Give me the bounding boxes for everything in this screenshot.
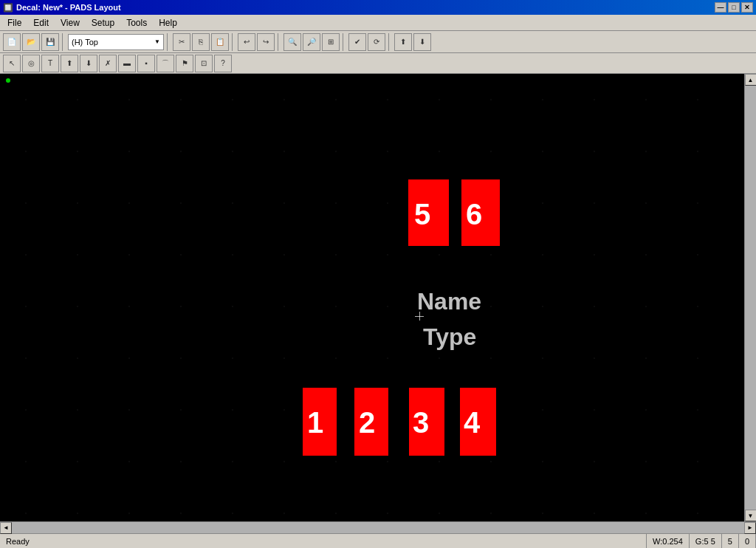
zoom-fit-button[interactable]: ⊞: [322, 33, 340, 51]
menu-edit[interactable]: Edit: [27, 16, 55, 30]
menu-help[interactable]: Help: [153, 16, 183, 30]
status-g: G:5 5: [690, 534, 722, 548]
check-button[interactable]: ✔: [348, 33, 366, 51]
pad-6[interactable]: 6: [461, 179, 500, 246]
route-tool[interactable]: ⌒: [157, 55, 174, 72]
toolbar1: 📄 📂 💾 (H) Top ▼ ✂ ⎘ 📋 ↩ ↪ 🔍 🔎 ⊞ ✔ ⟳ ⬆ ⬇: [0, 31, 756, 53]
status-ready: Ready: [0, 534, 647, 548]
window-title: Decal: New* - PADS Layout: [16, 3, 121, 12]
cursor-vertical: [419, 312, 420, 321]
layer-dropdown-label: (H) Top: [72, 38, 98, 47]
component-type-label: Type: [423, 323, 476, 351]
title-bar: 🔲 Decal: New* - PADS Layout — □ ✕: [0, 0, 756, 15]
separator5: [343, 33, 346, 51]
undo-button[interactable]: ↩: [238, 33, 255, 51]
separator2: [167, 33, 170, 51]
board-tool[interactable]: ⊡: [195, 55, 213, 72]
select-tool[interactable]: ↖: [3, 55, 21, 72]
text-tool[interactable]: T: [41, 55, 59, 72]
zoom-in-button[interactable]: 🔍: [284, 33, 301, 51]
pad-5[interactable]: 5: [408, 179, 449, 246]
title-bar-controls: — □ ✕: [715, 2, 753, 13]
copper-tool[interactable]: ▬: [118, 55, 136, 72]
copy-button[interactable]: ⎘: [192, 33, 210, 51]
separator4: [278, 33, 281, 51]
no-connect-tool[interactable]: ✗: [99, 55, 117, 72]
menu-bar: File Edit View Setup Tools Help: [0, 15, 756, 31]
maximize-button[interactable]: □: [728, 2, 740, 13]
toolbar2: ↖ ◎ T ⬆ ⬇ ✗ ▬ ▪ ⌒ ⚑ ⊡ ?: [0, 53, 756, 74]
status-val1: 5: [722, 534, 739, 548]
drc-tool[interactable]: ⚑: [176, 55, 193, 72]
menu-view[interactable]: View: [55, 16, 86, 30]
scroll-left-button[interactable]: ◄: [0, 522, 12, 534]
redo-button[interactable]: ↪: [257, 33, 275, 51]
import-button[interactable]: ⬇: [413, 33, 431, 51]
component-name-label: Name: [417, 288, 481, 315]
menu-tools[interactable]: Tools: [120, 16, 153, 30]
snap-tool[interactable]: ◎: [22, 55, 40, 72]
cut-button[interactable]: ✂: [173, 33, 190, 51]
canvas[interactable]: 5 6 Name Type 1 2 3 4: [0, 74, 744, 521]
pin-number-4: 4: [464, 406, 480, 439]
zoom-out-button[interactable]: 🔎: [303, 33, 320, 51]
save-button[interactable]: 💾: [41, 33, 59, 51]
pin-number-3: 3: [413, 406, 429, 439]
pin-number-1: 1: [307, 406, 323, 439]
status-val2: 0: [739, 534, 756, 548]
main-area: 5 6 Name Type 1 2 3 4 ▲ ▼: [0, 74, 756, 521]
export-button[interactable]: ⬆: [394, 33, 412, 51]
pin-number-2: 2: [359, 406, 375, 439]
layer-dropdown[interactable]: (H) Top ▼: [68, 34, 164, 50]
scrollbar-horizontal[interactable]: ◄ ►: [0, 521, 756, 533]
update-button[interactable]: ⟳: [368, 33, 385, 51]
scroll-up-button[interactable]: ▲: [745, 74, 757, 86]
separator3: [232, 33, 235, 51]
menu-setup[interactable]: Setup: [86, 16, 120, 30]
layer-up-tool[interactable]: ⬆: [61, 55, 78, 72]
new-button[interactable]: 📄: [3, 33, 21, 51]
separator6: [388, 33, 391, 51]
layer-down-tool[interactable]: ⬇: [80, 55, 97, 72]
menu-file[interactable]: File: [1, 16, 27, 30]
scroll-track-horizontal[interactable]: [12, 522, 744, 533]
pad-2[interactable]: 2: [354, 388, 388, 456]
help-tool[interactable]: ?: [214, 55, 232, 72]
app-icon: 🔲: [3, 3, 13, 13]
paste-button[interactable]: 📋: [211, 33, 229, 51]
chevron-down-icon: ▼: [154, 38, 160, 45]
title-bar-left: 🔲 Decal: New* - PADS Layout: [3, 3, 121, 13]
status-bar: Ready W:0.254 G:5 5 5 0: [0, 533, 756, 548]
close-button[interactable]: ✕: [741, 2, 753, 13]
pad-4[interactable]: 4: [460, 388, 496, 456]
scrollbar-vertical[interactable]: ▲ ▼: [744, 74, 756, 521]
status-w: W:0.254: [647, 534, 690, 548]
pin-number-5: 5: [414, 198, 430, 231]
open-button[interactable]: 📂: [22, 33, 40, 51]
minimize-button[interactable]: —: [715, 2, 726, 13]
pad-3[interactable]: 3: [409, 388, 444, 456]
plane-tool[interactable]: ▪: [137, 55, 155, 72]
scroll-right-button[interactable]: ►: [744, 522, 756, 534]
pad-1[interactable]: 1: [303, 388, 337, 456]
pin-number-6: 6: [466, 198, 482, 231]
scroll-down-button[interactable]: ▼: [745, 510, 757, 521]
separator1: [62, 33, 65, 51]
scroll-track-vertical[interactable]: [745, 86, 756, 510]
